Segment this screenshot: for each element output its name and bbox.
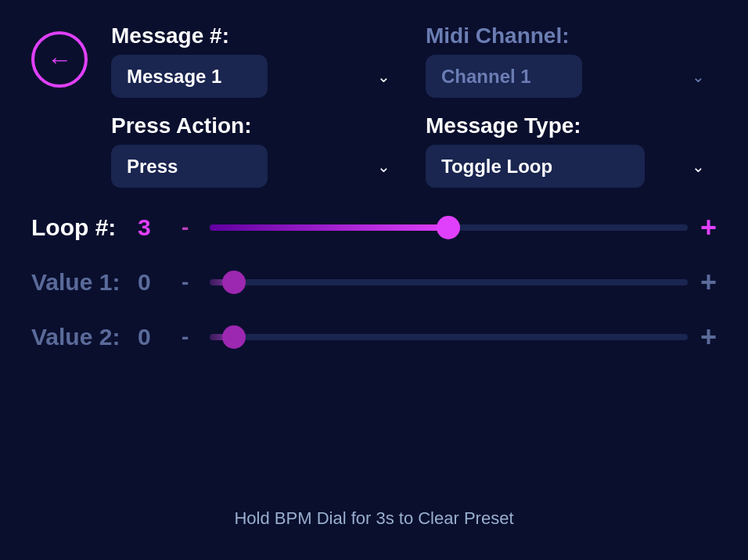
sliders-section: Loop #: 3 - + Value 1: 0 - + xyxy=(31,211,717,354)
message-type-dropdown-wrapper: Toggle Loop Start Loop Stop Loop ⌄ xyxy=(426,145,717,188)
back-arrow-icon: ← xyxy=(47,47,72,72)
press-dropdown[interactable]: Press Release Hold xyxy=(111,145,268,188)
midi-channel-label: Midi Channel: xyxy=(426,23,717,48)
loop-slider-track-wrapper[interactable] xyxy=(210,223,688,232)
footer: Hold BPM Dial for 3s to Clear Preset xyxy=(31,508,717,537)
footer-text: Hold BPM Dial for 3s to Clear Preset xyxy=(234,508,513,528)
message-dropdown[interactable]: Message 1 Message 2 Message 3 xyxy=(111,55,268,98)
channel-chevron-icon: ⌄ xyxy=(692,67,705,86)
value1-slider-thumb[interactable] xyxy=(222,271,246,294)
value1-slider-row: Value 1: 0 - + xyxy=(31,266,717,299)
header-row: ← Message #: Message 1 Message 2 Message… xyxy=(31,23,717,98)
value2-slider-thumb[interactable] xyxy=(222,325,246,349)
loop-slider-fill xyxy=(210,224,448,231)
header-fields: Message #: Message 1 Message 2 Message 3… xyxy=(111,23,717,98)
value2-slider-track-wrapper[interactable] xyxy=(210,332,688,342)
value2-value: 0 xyxy=(138,324,169,350)
channel-dropdown-wrapper: Channel 1 Channel 2 Channel 3 ⌄ xyxy=(426,55,717,98)
action-row: Press Action: Press Release Hold ⌄ Messa… xyxy=(111,113,717,188)
value1-label: Value 1: xyxy=(31,269,125,296)
value1-value: 0 xyxy=(138,269,169,296)
loop-slider-thumb[interactable] xyxy=(437,216,460,239)
press-action-label: Press Action: xyxy=(111,113,402,138)
message-type-field-group: Message Type: Toggle Loop Start Loop Sto… xyxy=(426,113,717,188)
message-type-label: Message Type: xyxy=(426,113,717,138)
loop-label: Loop #: xyxy=(31,214,125,241)
value2-slider-row: Value 2: 0 - + xyxy=(31,321,717,354)
value2-slider-track xyxy=(210,334,688,340)
value1-minus-button[interactable]: - xyxy=(182,270,197,295)
value1-slider-track xyxy=(210,279,688,285)
main-container: ← Message #: Message 1 Message 2 Message… xyxy=(0,0,748,560)
value1-slider-track-wrapper[interactable] xyxy=(210,278,688,287)
loop-slider-row: Loop #: 3 - + xyxy=(31,211,717,244)
press-dropdown-wrapper: Press Release Hold ⌄ xyxy=(111,145,402,188)
press-chevron-icon: ⌄ xyxy=(377,157,390,176)
message-type-chevron-icon: ⌄ xyxy=(692,157,705,176)
loop-value: 3 xyxy=(138,214,169,241)
message-dropdown-wrapper: Message 1 Message 2 Message 3 ⌄ xyxy=(111,55,402,98)
value2-minus-button[interactable]: - xyxy=(182,325,197,350)
channel-dropdown[interactable]: Channel 1 Channel 2 Channel 3 xyxy=(426,55,582,98)
message-type-dropdown[interactable]: Toggle Loop Start Loop Stop Loop xyxy=(426,145,645,188)
loop-plus-button[interactable]: + xyxy=(700,211,717,244)
loop-minus-button[interactable]: - xyxy=(182,215,197,240)
midi-channel-field-group: Midi Channel: Channel 1 Channel 2 Channe… xyxy=(426,23,717,98)
value2-plus-button[interactable]: + xyxy=(700,321,717,354)
message-field-group: Message #: Message 1 Message 2 Message 3… xyxy=(111,23,402,98)
message-label: Message #: xyxy=(111,23,402,48)
press-action-field-group: Press Action: Press Release Hold ⌄ xyxy=(111,113,402,188)
value2-label: Value 2: xyxy=(31,324,125,350)
message-chevron-icon: ⌄ xyxy=(377,67,390,86)
back-button[interactable]: ← xyxy=(31,31,88,88)
value1-plus-button[interactable]: + xyxy=(700,266,717,299)
